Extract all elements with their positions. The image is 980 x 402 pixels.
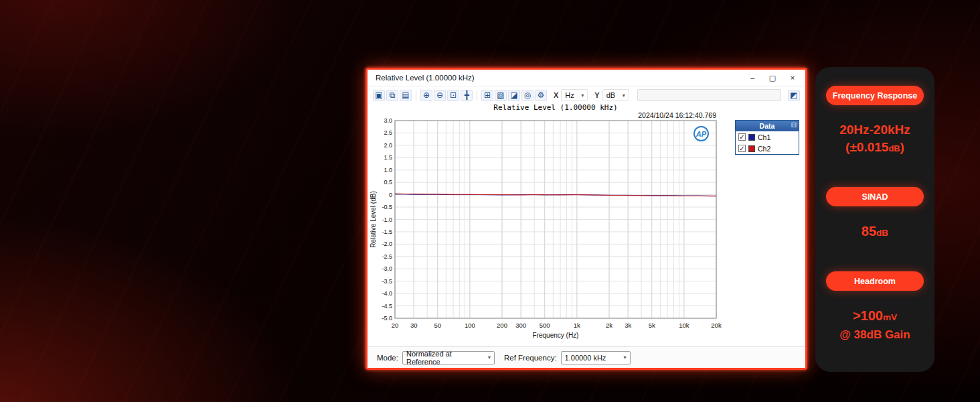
- legend-panel: Data ⊟ ✓Ch1✓Ch2: [735, 120, 799, 155]
- svg-text:300: 300: [515, 322, 526, 329]
- zoom-out-icon[interactable]: ⊖: [434, 90, 446, 101]
- x-unit-value: Hz: [565, 91, 574, 99]
- svg-text:-4.0: -4.0: [382, 290, 392, 297]
- window-titlebar: Relative Level (1.00000 kHz) – ▢ ×: [368, 70, 805, 86]
- svg-text:-4.5: -4.5: [382, 303, 392, 310]
- svg-text:-0.5: -0.5: [382, 204, 392, 210]
- spec-value: (±0.015dB): [845, 139, 904, 157]
- svg-text:2.0: 2.0: [384, 142, 392, 149]
- legend-header[interactable]: Data ⊟: [736, 121, 799, 131]
- svg-text:-3.0: -3.0: [382, 265, 392, 272]
- svg-text:3k: 3k: [625, 322, 631, 329]
- spec-value: 20Hz-20kHz: [839, 121, 910, 139]
- legend-title: Data: [760, 122, 775, 130]
- export-graph-icon[interactable]: ◩: [788, 90, 800, 101]
- comment-field[interactable]: [637, 89, 781, 101]
- spec-value: 85dB: [862, 222, 888, 242]
- settings-icon[interactable]: ⚙: [535, 90, 547, 101]
- spec-value: >100mV: [853, 307, 897, 326]
- series-label: Ch1: [758, 133, 770, 141]
- svg-text:2.5: 2.5: [384, 129, 392, 136]
- svg-text:0.5: 0.5: [384, 179, 392, 186]
- pin-icon[interactable]: ⊟: [791, 121, 797, 129]
- svg-text:5k: 5k: [649, 322, 655, 329]
- mode-value: Normalized at Reference: [406, 350, 485, 366]
- spec-pill-sinad[interactable]: SINAD: [826, 187, 924, 206]
- mode-label: Mode:: [377, 354, 398, 362]
- x-axis-combo: X Hz ▾: [554, 89, 588, 101]
- svg-text:2k: 2k: [606, 322, 612, 329]
- chevron-down-icon: ▾: [624, 354, 627, 360]
- zoom-fit-icon[interactable]: ⊡: [447, 90, 459, 101]
- ref-frequency-label: Ref Frequency:: [504, 354, 557, 362]
- x-axis-label: X: [554, 91, 558, 99]
- maximize-button[interactable]: ▢: [762, 71, 783, 85]
- bottom-bar: Mode: Normalized at Reference ▾ Ref Freq…: [368, 346, 805, 368]
- y-axis-combo: Y dB ▾: [594, 89, 629, 101]
- svg-text:0: 0: [389, 192, 392, 198]
- svg-text:100: 100: [465, 322, 475, 329]
- chart-area: Relative Level (1.00000 kHz) 2024/10/24 …: [368, 104, 805, 346]
- svg-text:10k: 10k: [679, 322, 689, 329]
- trace-icon[interactable]: ◪: [508, 90, 520, 101]
- data-grid-icon[interactable]: ⊞: [481, 90, 493, 101]
- svg-text:Frequency (Hz): Frequency (Hz): [533, 332, 579, 339]
- svg-text:-3.5: -3.5: [382, 278, 392, 285]
- svg-text:1.0: 1.0: [384, 167, 392, 174]
- legend-row-ch2: ✓Ch2: [736, 143, 799, 154]
- legend-rows: ✓Ch1✓Ch2: [736, 131, 799, 154]
- toolbar-icons: ▣⧉▤⊕⊖⊡╋⊞▧◪◎⚙: [373, 90, 547, 101]
- frequency-response-plot: 3.02.52.01.51.00.50-0.5-1.0-1.5-2.0-2.5-…: [368, 117, 732, 346]
- y-unit-select[interactable]: dB ▾: [602, 89, 629, 101]
- toolbar-separator: [477, 90, 477, 100]
- svg-text:1.5: 1.5: [384, 154, 392, 161]
- save-icon[interactable]: ▣: [373, 90, 385, 101]
- svg-text:30: 30: [410, 322, 418, 329]
- spec-pill-headroom[interactable]: Headroom: [826, 271, 924, 291]
- toolbar-separator: [416, 90, 416, 100]
- x-unit-select[interactable]: Hz ▾: [561, 89, 588, 101]
- svg-text:200: 200: [497, 322, 507, 329]
- ap-logo-text: AP: [696, 130, 706, 138]
- ap-logo: AP: [693, 126, 709, 141]
- legend-row-ch1: ✓Ch1: [736, 131, 799, 143]
- graph-style-icon[interactable]: ▧: [495, 90, 507, 101]
- channel-checkbox-ch1[interactable]: ✓: [738, 133, 746, 141]
- svg-text:-1.0: -1.0: [382, 216, 392, 223]
- close-button[interactable]: ×: [783, 71, 803, 85]
- toolbar: ▣⧉▤⊕⊖⊡╋⊞▧◪◎⚙ X Hz ▾ Y dB ▾ ◩: [368, 86, 805, 104]
- mode-select[interactable]: Normalized at Reference ▾: [402, 351, 495, 364]
- series-color-swatch: [748, 134, 755, 141]
- svg-text:1k: 1k: [574, 322, 580, 329]
- svg-text:3.0: 3.0: [384, 117, 392, 124]
- window-title: Relative Level (1.00000 kHz): [376, 74, 742, 82]
- chevron-down-icon: ▾: [623, 92, 625, 98]
- print-icon[interactable]: ▤: [400, 90, 412, 101]
- svg-text:-5.0: -5.0: [382, 315, 392, 322]
- series-label: Ch2: [758, 145, 770, 153]
- y-unit-value: dB: [606, 91, 615, 99]
- minimize-button[interactable]: –: [742, 71, 762, 85]
- svg-text:20: 20: [392, 322, 399, 329]
- spec-pill-frequency-response[interactable]: Frequency Response: [826, 86, 924, 105]
- series-color-swatch: [748, 145, 755, 152]
- svg-text:20k: 20k: [711, 322, 722, 329]
- ref-frequency-input[interactable]: 1.00000 kHz ▾: [561, 351, 631, 364]
- y-axis-label: Y: [594, 91, 599, 99]
- ref-frequency-value: 1.00000 kHz: [565, 354, 606, 362]
- svg-text:Relative Level (dB): Relative Level (dB): [370, 191, 377, 247]
- svg-text:500: 500: [540, 322, 550, 329]
- spec-value: @ 38dB Gain: [839, 326, 910, 344]
- zoom-in-icon[interactable]: ⊕: [420, 90, 432, 101]
- channel-checkbox-ch2[interactable]: ✓: [738, 145, 746, 152]
- app-window: Relative Level (1.00000 kHz) – ▢ × ▣⧉▤⊕⊖…: [365, 68, 807, 370]
- cursor-icon[interactable]: ◎: [521, 90, 534, 101]
- svg-text:-2.5: -2.5: [382, 253, 392, 260]
- svg-text:50: 50: [434, 322, 441, 329]
- copy-graph-icon[interactable]: ⧉: [386, 90, 398, 101]
- svg-text:-2.0: -2.0: [382, 241, 392, 247]
- chevron-down-icon: ▾: [488, 354, 491, 360]
- svg-text:-1.5: -1.5: [382, 228, 392, 235]
- chevron-down-icon: ▾: [581, 92, 584, 98]
- pan-icon[interactable]: ╋: [461, 90, 473, 101]
